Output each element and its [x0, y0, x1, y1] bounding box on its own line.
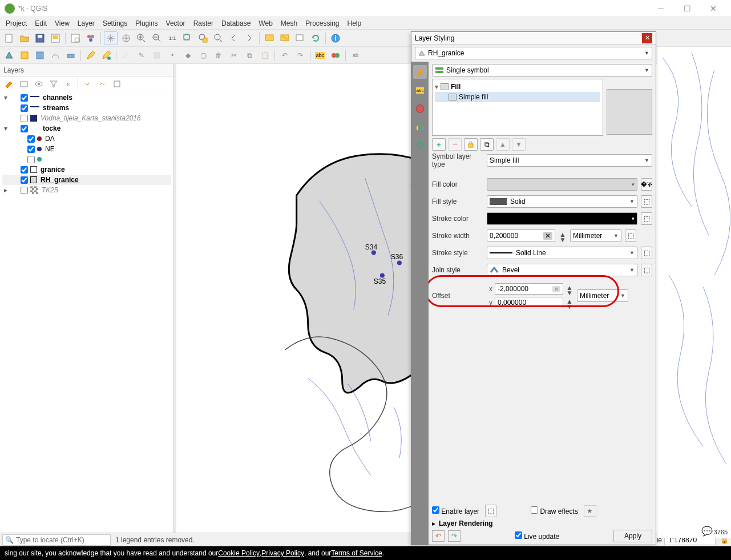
cut-button[interactable]: ✂	[227, 49, 241, 62]
zoom-native-button[interactable]: 1:1	[165, 31, 179, 45]
refresh-button[interactable]	[309, 31, 322, 45]
tab-3d[interactable]	[413, 102, 427, 115]
layer-checkbox[interactable]	[21, 115, 28, 122]
new-layout-button[interactable]	[49, 31, 62, 45]
layer-row[interactable]: NE	[2, 144, 171, 154]
copy-button[interactable]: ⧉	[243, 49, 256, 62]
menu-settings[interactable]: Settings	[99, 18, 131, 29]
zoom-selection-button[interactable]	[196, 31, 210, 45]
privacy-policy-link[interactable]: Privacy Policy	[261, 549, 304, 557]
offset-y-spin[interactable]: ▲▼	[566, 297, 574, 308]
menu-layer[interactable]: Layer	[74, 18, 98, 29]
style-manager-button[interactable]	[84, 31, 98, 45]
delete-button[interactable]: 🗑	[212, 49, 225, 62]
menu-edit[interactable]: Edit	[31, 18, 50, 29]
layer-rendering-section[interactable]: ▸Layer Rendering	[432, 519, 652, 527]
edit-pencil-button[interactable]: ✎	[135, 49, 148, 62]
stroke-width-dd[interactable]: ⬚	[625, 229, 636, 242]
menu-plugins[interactable]: Plugins	[132, 18, 161, 29]
fill-style-combo[interactable]: Solid▼	[487, 195, 637, 208]
offset-x-input[interactable]: -2,000000✕	[495, 283, 563, 295]
add-feature-button[interactable]	[119, 49, 133, 62]
new-virtual-button[interactable]	[64, 49, 78, 62]
new-map-view-button[interactable]	[262, 31, 276, 45]
renderer-combo[interactable]: Single symbol ▼	[432, 64, 652, 76]
layer-row[interactable]: streams	[2, 103, 171, 113]
enable-layer-dd[interactable]: ⬚	[485, 505, 496, 517]
layers-expression-button[interactable]: ε	[62, 77, 75, 91]
duplicate-symbol-button[interactable]: ⧉	[480, 138, 494, 151]
join-style-dd[interactable]: ⬚	[641, 264, 652, 276]
zoom-full-button[interactable]	[181, 31, 195, 45]
layer-row[interactable]: Vodna_tijela_Karta_stanista2016	[2, 113, 171, 123]
layer-checkbox[interactable]	[21, 104, 28, 112]
menu-vector[interactable]: Vector	[163, 18, 189, 29]
zoom-layer-button[interactable]	[212, 31, 225, 45]
ab-overlay-button[interactable]: ab	[349, 49, 362, 62]
layers-collapse-button[interactable]	[95, 77, 109, 91]
fill-color-dd[interactable]: �ቕ	[641, 178, 652, 191]
new-3d-view-button[interactable]	[278, 31, 292, 45]
layers-expand-button[interactable]	[80, 77, 94, 91]
menu-web[interactable]: Web	[255, 18, 276, 29]
new-shapefile-button[interactable]	[18, 49, 31, 62]
layers-add-group-button[interactable]	[17, 77, 31, 91]
stroke-width-unit[interactable]: Millimeter▼	[570, 229, 621, 242]
label-button[interactable]: abc	[313, 49, 327, 62]
minimize-button[interactable]: ─	[648, 0, 674, 17]
zoom-next-button[interactable]	[243, 31, 256, 45]
toggle-editing-button[interactable]	[84, 49, 98, 62]
redo-button[interactable]: ↷	[293, 49, 307, 62]
style-undo-button[interactable]: ↶	[432, 530, 445, 542]
layer-checkbox[interactable]	[27, 146, 35, 153]
stroke-style-dd[interactable]: ⬚	[641, 247, 652, 259]
layer-row[interactable]: ▾channels	[2, 92, 171, 103]
stroke-style-combo[interactable]: Solid Line▼	[487, 247, 637, 259]
layers-style-button[interactable]	[2, 77, 16, 91]
style-redo-button[interactable]: ↷	[448, 530, 461, 542]
offset-x-spin[interactable]: ▲▼	[566, 284, 574, 294]
layers-visibility-button[interactable]	[32, 77, 46, 91]
tab-symbology[interactable]	[413, 65, 427, 79]
add-point-button[interactable]: •	[165, 49, 179, 62]
layer-checkbox[interactable]	[21, 166, 28, 174]
layer-row[interactable]: granice	[2, 164, 171, 175]
vertex-tool-button[interactable]: ◆	[181, 49, 195, 62]
fill-color-button[interactable]: ▾	[487, 178, 637, 191]
map-tips-button[interactable]	[293, 31, 307, 45]
layer-row[interactable]: ▸TK25	[2, 185, 171, 195]
layer-row[interactable]: RH_granice	[2, 175, 171, 185]
paste-button[interactable]: 📋	[258, 49, 272, 62]
tab-labels[interactable]: abc	[413, 83, 427, 97]
symbol-tree[interactable]: ▾Fill Simple fill	[432, 79, 603, 136]
layers-filter-button[interactable]	[47, 77, 60, 91]
open-project-button[interactable]	[18, 31, 31, 45]
offset-unit-combo[interactable]: Millimeter▼	[577, 289, 628, 302]
layer-row[interactable]: ▾tocke	[2, 123, 171, 134]
tab-diagrams[interactable]	[413, 120, 427, 134]
menu-raster[interactable]: Raster	[190, 18, 217, 29]
layer-checkbox[interactable]	[21, 187, 28, 194]
layer-row[interactable]	[2, 154, 171, 164]
close-button[interactable]: ✕	[700, 0, 726, 17]
stroke-color-button[interactable]: ▾	[487, 212, 637, 225]
menu-mesh[interactable]: Mesh	[277, 18, 301, 29]
undo-button[interactable]: ↶	[278, 49, 292, 62]
layer-row[interactable]: DA	[2, 134, 171, 144]
layer-checkbox[interactable]	[27, 135, 35, 143]
new-project-button[interactable]	[2, 31, 16, 45]
enable-layer-checkbox[interactable]: Enable layer	[432, 506, 479, 515]
add-symbol-layer-button[interactable]: ＋	[432, 138, 446, 151]
tab-history[interactable]	[413, 138, 427, 152]
pan-to-selection-button[interactable]	[119, 31, 133, 45]
pan-button[interactable]	[104, 31, 118, 45]
stroke-width-spin[interactable]: ▲▼	[559, 231, 567, 241]
menu-database[interactable]: Database	[218, 18, 254, 29]
current-edits-button[interactable]	[99, 49, 113, 62]
layers-remove-button[interactable]	[110, 77, 124, 91]
layer-checkbox[interactable]	[21, 176, 28, 184]
layer-checkbox[interactable]	[27, 156, 35, 163]
offset-y-input[interactable]: 0,000000	[495, 297, 563, 308]
zoom-in-button[interactable]	[135, 31, 148, 45]
maximize-button[interactable]: ☐	[674, 0, 700, 17]
